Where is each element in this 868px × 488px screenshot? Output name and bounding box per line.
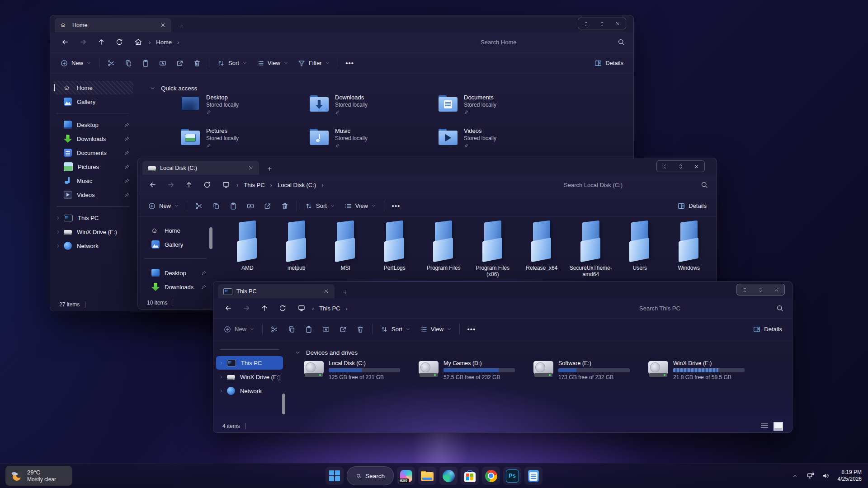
search-box[interactable]: Search Local Disk (C:) bbox=[562, 181, 710, 189]
thumbnail-view-toggle-icon[interactable] bbox=[774, 422, 783, 431]
refresh-button[interactable] bbox=[274, 301, 291, 315]
quick-access-tile-videos[interactable]: Videos Stored locally bbox=[438, 127, 567, 154]
sidebar-item-music[interactable]: Music bbox=[53, 174, 133, 188]
paste-icon[interactable] bbox=[225, 198, 242, 214]
volume-tray-icon[interactable] bbox=[820, 469, 832, 483]
taskbar-search[interactable]: Search bbox=[347, 466, 394, 485]
folder-item[interactable]: Users bbox=[615, 221, 665, 277]
copilot-m365-button[interactable]: M365 bbox=[397, 467, 415, 485]
tab-close-icon[interactable] bbox=[158, 20, 168, 30]
quick-access-tile-downloads[interactable]: Downloads Stored locally bbox=[309, 94, 438, 120]
maximize-button[interactable] bbox=[673, 161, 689, 172]
search-box[interactable]: Search This PC bbox=[637, 304, 786, 312]
forward-button[interactable] bbox=[162, 178, 179, 192]
new-tab-button[interactable] bbox=[263, 162, 276, 175]
more-options-icon[interactable]: ••• bbox=[387, 198, 405, 214]
view-button[interactable]: View bbox=[415, 322, 456, 337]
back-button[interactable] bbox=[144, 178, 161, 192]
sidebar-item-downloads[interactable]: Downloads bbox=[141, 280, 210, 294]
tab-close-icon[interactable] bbox=[321, 286, 331, 296]
view-button[interactable]: View bbox=[252, 56, 293, 71]
sidebar-item-home[interactable]: Home bbox=[141, 224, 210, 237]
quick-access-tile-desktop[interactable]: Desktop Stored locally bbox=[180, 94, 309, 120]
start-button[interactable] bbox=[326, 467, 344, 485]
expand-chevron-icon[interactable] bbox=[219, 389, 224, 394]
sidebar-item-network[interactable]: Network bbox=[53, 239, 133, 253]
sidebar-item-home[interactable]: Home bbox=[53, 81, 133, 94]
up-button[interactable] bbox=[180, 178, 198, 192]
sidebar-item-documents[interactable]: Documents bbox=[53, 146, 133, 160]
refresh-button[interactable] bbox=[111, 35, 128, 49]
new-button[interactable]: New bbox=[219, 322, 259, 337]
network-tray-icon[interactable] bbox=[804, 469, 817, 483]
copy-icon[interactable] bbox=[208, 198, 225, 214]
sidebar-item-videos[interactable]: Videos bbox=[53, 188, 133, 202]
copy-icon[interactable] bbox=[283, 322, 300, 337]
collapse-chevron-icon[interactable] bbox=[295, 350, 301, 356]
search-icon[interactable] bbox=[776, 304, 784, 312]
paste-icon[interactable] bbox=[137, 56, 154, 71]
photoshop-button[interactable]: Ps bbox=[503, 467, 521, 485]
close-button[interactable] bbox=[610, 18, 626, 29]
copy-icon[interactable] bbox=[120, 56, 137, 71]
refresh-button[interactable] bbox=[198, 178, 216, 192]
folder-item[interactable]: Windows bbox=[665, 221, 714, 277]
new-button[interactable]: New bbox=[143, 198, 184, 214]
cut-icon[interactable] bbox=[266, 322, 283, 337]
folder-item[interactable]: Program Files (x86) bbox=[468, 221, 518, 277]
up-button[interactable] bbox=[93, 35, 110, 49]
drive-item-c[interactable]: Local Disk (C:) 125 GB free of 231 GB bbox=[304, 360, 419, 380]
details-pane-button[interactable]: Details bbox=[673, 198, 711, 214]
tab-local-disk[interactable]: Local Disk (C:) bbox=[142, 161, 259, 175]
cut-icon[interactable] bbox=[103, 56, 120, 71]
tab-close-icon[interactable] bbox=[245, 163, 255, 173]
scrollbar-thumb[interactable] bbox=[209, 227, 212, 249]
hidden-icons-chevron[interactable] bbox=[789, 469, 802, 483]
sidebar-item-winx-drive[interactable]: WinX Drive (F:) bbox=[53, 225, 133, 239]
drive-item-e[interactable]: Software (E:) 173 GB free of 232 GB bbox=[533, 360, 648, 380]
delete-icon[interactable] bbox=[352, 322, 369, 337]
sidebar-item-desktop[interactable]: Desktop bbox=[53, 118, 133, 131]
expand-chevron-icon[interactable] bbox=[56, 216, 61, 221]
share-icon[interactable] bbox=[259, 198, 276, 214]
microsoft-store-button[interactable] bbox=[461, 467, 479, 485]
section-header-devices[interactable]: Devices and drives bbox=[295, 349, 358, 356]
close-button[interactable] bbox=[769, 284, 784, 295]
sidebar-item-gallery[interactable]: Gallery bbox=[53, 95, 133, 108]
sidebar-item-network[interactable]: Network bbox=[216, 384, 283, 398]
sidebar-item-downloads[interactable]: Downloads bbox=[53, 132, 133, 145]
folder-item[interactable]: MSI bbox=[321, 221, 370, 277]
details-pane-button[interactable]: Details bbox=[590, 56, 628, 71]
back-button[interactable] bbox=[57, 35, 74, 49]
delete-icon[interactable] bbox=[276, 198, 293, 214]
breadcrumb-segment[interactable]: Home bbox=[154, 38, 174, 47]
location-pc-icon[interactable] bbox=[219, 178, 233, 192]
new-tab-button[interactable] bbox=[175, 19, 189, 32]
folder-item[interactable]: SecureUxTheme-amd64 bbox=[566, 221, 616, 277]
close-button[interactable] bbox=[689, 161, 704, 172]
edge-button[interactable] bbox=[439, 467, 458, 485]
breadcrumb-segment[interactable]: This PC bbox=[317, 304, 342, 313]
sidebar-item-gallery[interactable]: Gallery bbox=[141, 238, 210, 251]
details-view-toggle-icon[interactable] bbox=[761, 423, 768, 429]
scrollbar-thumb[interactable] bbox=[282, 394, 285, 414]
cut-icon[interactable] bbox=[190, 198, 208, 214]
delete-icon[interactable] bbox=[189, 56, 206, 71]
more-options-icon[interactable]: ••• bbox=[341, 56, 359, 71]
filter-button[interactable]: Filter bbox=[293, 56, 335, 71]
maximize-button[interactable] bbox=[753, 284, 769, 295]
notepad-button[interactable] bbox=[524, 467, 542, 485]
paste-icon[interactable] bbox=[300, 322, 317, 337]
sidebar-item-desktop[interactable]: Desktop bbox=[141, 266, 210, 280]
tab-this-pc[interactable]: This PC bbox=[218, 284, 335, 298]
share-icon[interactable] bbox=[171, 56, 189, 71]
clock[interactable]: 8:19 PM 4/25/2026 bbox=[838, 469, 862, 483]
folder-item[interactable]: inetpub bbox=[272, 221, 321, 277]
sidebar-item-pictures[interactable]: Pictures bbox=[53, 160, 133, 174]
sort-button[interactable]: Sort bbox=[212, 56, 252, 71]
breadcrumb-segment[interactable]: This PC bbox=[242, 181, 266, 189]
sidebar-item-this-pc[interactable]: This PC bbox=[216, 356, 283, 370]
drive-item-d[interactable]: My Games (D:) 52.5 GB free of 232 GB bbox=[419, 360, 533, 380]
maximize-button[interactable] bbox=[594, 18, 610, 29]
minimize-button[interactable] bbox=[657, 161, 673, 172]
